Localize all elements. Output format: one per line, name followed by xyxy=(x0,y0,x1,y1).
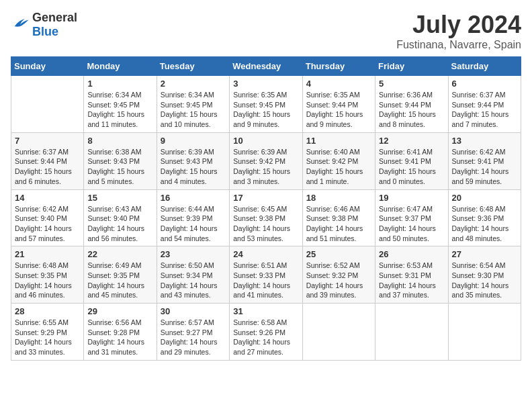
day-info: Sunrise: 6:45 AM Sunset: 9:38 PM Dayligh… xyxy=(233,204,298,244)
day-number: 14 xyxy=(15,193,80,203)
day-number: 3 xyxy=(233,79,298,89)
day-info: Sunrise: 6:58 AM Sunset: 9:26 PM Dayligh… xyxy=(233,318,298,357)
calendar-cell: 13Sunrise: 6:42 AM Sunset: 9:41 PM Dayli… xyxy=(448,132,521,189)
calendar-cell xyxy=(448,304,521,361)
calendar-cell: 31Sunrise: 6:58 AM Sunset: 9:26 PM Dayli… xyxy=(230,304,302,361)
calendar-cell: 2Sunrise: 6:34 AM Sunset: 9:45 PM Daylig… xyxy=(157,76,229,133)
day-number: 13 xyxy=(452,136,517,146)
day-info: Sunrise: 6:34 AM Sunset: 9:45 PM Dayligh… xyxy=(87,90,152,130)
location-title: Fustinana, Navarre, Spain xyxy=(396,39,521,51)
day-number: 28 xyxy=(15,306,80,316)
day-number: 2 xyxy=(161,79,226,89)
weekday-header-saturday: Saturday xyxy=(448,57,521,76)
calendar-cell: 8Sunrise: 6:38 AM Sunset: 9:43 PM Daylig… xyxy=(84,132,157,189)
day-info: Sunrise: 6:49 AM Sunset: 9:35 PM Dayligh… xyxy=(87,261,152,300)
calendar-cell: 29Sunrise: 6:56 AM Sunset: 9:28 PM Dayli… xyxy=(84,304,157,361)
calendar-cell: 27Sunrise: 6:54 AM Sunset: 9:30 PM Dayli… xyxy=(448,246,521,304)
day-info: Sunrise: 6:39 AM Sunset: 9:43 PM Dayligh… xyxy=(161,147,226,187)
calendar-cell: 1Sunrise: 6:34 AM Sunset: 9:45 PM Daylig… xyxy=(84,76,157,133)
weekday-header-thursday: Thursday xyxy=(302,57,375,76)
calendar-week-row: 7Sunrise: 6:37 AM Sunset: 9:44 PM Daylig… xyxy=(11,132,521,189)
day-number: 15 xyxy=(87,193,152,203)
day-number: 20 xyxy=(452,193,517,203)
calendar-table: SundayMondayTuesdayWednesdayThursdayFrid… xyxy=(11,56,521,361)
logo-blue: Blue xyxy=(32,25,58,38)
calendar-cell: 10Sunrise: 6:39 AM Sunset: 9:42 PM Dayli… xyxy=(230,132,302,189)
day-info: Sunrise: 6:51 AM Sunset: 9:33 PM Dayligh… xyxy=(233,261,298,300)
calendar-week-row: 1Sunrise: 6:34 AM Sunset: 9:45 PM Daylig… xyxy=(11,76,521,133)
day-info: Sunrise: 6:40 AM Sunset: 9:42 PM Dayligh… xyxy=(306,147,371,187)
day-info: Sunrise: 6:37 AM Sunset: 9:44 PM Dayligh… xyxy=(15,147,80,187)
day-number: 22 xyxy=(87,249,152,259)
day-info: Sunrise: 6:35 AM Sunset: 9:45 PM Dayligh… xyxy=(233,90,298,130)
logo-general: General xyxy=(32,11,77,24)
day-number: 10 xyxy=(233,136,298,146)
day-number: 16 xyxy=(161,193,226,203)
day-info: Sunrise: 6:44 AM Sunset: 9:39 PM Dayligh… xyxy=(161,204,226,244)
day-info: Sunrise: 6:46 AM Sunset: 9:38 PM Dayligh… xyxy=(306,204,371,244)
calendar-cell: 14Sunrise: 6:42 AM Sunset: 9:40 PM Dayli… xyxy=(11,189,84,246)
calendar-cell: 16Sunrise: 6:44 AM Sunset: 9:39 PM Dayli… xyxy=(157,189,229,246)
day-number: 12 xyxy=(379,136,444,146)
logo-text: General Blue xyxy=(32,11,77,39)
calendar-week-row: 14Sunrise: 6:42 AM Sunset: 9:40 PM Dayli… xyxy=(11,189,521,246)
day-number: 24 xyxy=(233,249,298,259)
day-number: 6 xyxy=(452,79,517,89)
calendar-cell: 22Sunrise: 6:49 AM Sunset: 9:35 PM Dayli… xyxy=(84,246,157,304)
page-header: General Blue July 2024 Fustinana, Navarr… xyxy=(11,11,521,51)
day-info: Sunrise: 6:42 AM Sunset: 9:40 PM Dayligh… xyxy=(15,204,80,244)
day-number: 21 xyxy=(15,249,80,259)
calendar-cell: 18Sunrise: 6:46 AM Sunset: 9:38 PM Dayli… xyxy=(302,189,375,246)
calendar-cell xyxy=(375,304,448,361)
calendar-cell: 12Sunrise: 6:41 AM Sunset: 9:41 PM Dayli… xyxy=(375,132,448,189)
day-info: Sunrise: 6:36 AM Sunset: 9:44 PM Dayligh… xyxy=(379,90,444,130)
calendar-cell: 28Sunrise: 6:55 AM Sunset: 9:29 PM Dayli… xyxy=(11,304,84,361)
day-info: Sunrise: 6:35 AM Sunset: 9:44 PM Dayligh… xyxy=(306,90,371,130)
day-number: 4 xyxy=(306,79,371,89)
day-info: Sunrise: 6:48 AM Sunset: 9:35 PM Dayligh… xyxy=(15,261,80,300)
day-info: Sunrise: 6:55 AM Sunset: 9:29 PM Dayligh… xyxy=(15,318,80,357)
calendar-cell: 20Sunrise: 6:48 AM Sunset: 9:36 PM Dayli… xyxy=(448,189,521,246)
day-info: Sunrise: 6:48 AM Sunset: 9:36 PM Dayligh… xyxy=(452,204,517,244)
calendar-cell: 15Sunrise: 6:43 AM Sunset: 9:40 PM Dayli… xyxy=(84,189,157,246)
calendar-cell: 19Sunrise: 6:47 AM Sunset: 9:37 PM Dayli… xyxy=(375,189,448,246)
calendar-week-row: 21Sunrise: 6:48 AM Sunset: 9:35 PM Dayli… xyxy=(11,246,521,304)
calendar-cell: 24Sunrise: 6:51 AM Sunset: 9:33 PM Dayli… xyxy=(230,246,302,304)
calendar-cell: 9Sunrise: 6:39 AM Sunset: 9:43 PM Daylig… xyxy=(157,132,229,189)
calendar-week-row: 28Sunrise: 6:55 AM Sunset: 9:29 PM Dayli… xyxy=(11,304,521,361)
day-info: Sunrise: 6:53 AM Sunset: 9:31 PM Dayligh… xyxy=(379,261,444,300)
day-number: 23 xyxy=(161,249,226,259)
day-number: 1 xyxy=(87,79,152,89)
calendar-cell: 11Sunrise: 6:40 AM Sunset: 9:42 PM Dayli… xyxy=(302,132,375,189)
calendar-cell: 3Sunrise: 6:35 AM Sunset: 9:45 PM Daylig… xyxy=(230,76,302,133)
title-block: July 2024 Fustinana, Navarre, Spain xyxy=(396,11,521,51)
day-number: 9 xyxy=(161,136,226,146)
day-number: 5 xyxy=(379,79,444,89)
weekday-header-row: SundayMondayTuesdayWednesdayThursdayFrid… xyxy=(11,57,521,76)
calendar-cell: 30Sunrise: 6:57 AM Sunset: 9:27 PM Dayli… xyxy=(157,304,229,361)
day-info: Sunrise: 6:39 AM Sunset: 9:42 PM Dayligh… xyxy=(233,147,298,187)
day-info: Sunrise: 6:34 AM Sunset: 9:45 PM Dayligh… xyxy=(161,90,226,130)
day-number: 30 xyxy=(161,306,226,316)
calendar-cell: 7Sunrise: 6:37 AM Sunset: 9:44 PM Daylig… xyxy=(11,132,84,189)
day-info: Sunrise: 6:57 AM Sunset: 9:27 PM Dayligh… xyxy=(161,318,226,357)
calendar-cell: 17Sunrise: 6:45 AM Sunset: 9:38 PM Dayli… xyxy=(230,189,302,246)
day-info: Sunrise: 6:47 AM Sunset: 9:37 PM Dayligh… xyxy=(379,204,444,244)
calendar-cell: 5Sunrise: 6:36 AM Sunset: 9:44 PM Daylig… xyxy=(375,76,448,133)
calendar-cell: 21Sunrise: 6:48 AM Sunset: 9:35 PM Dayli… xyxy=(11,246,84,304)
weekday-header-sunday: Sunday xyxy=(11,57,84,76)
calendar-cell: 23Sunrise: 6:50 AM Sunset: 9:34 PM Dayli… xyxy=(157,246,229,304)
day-info: Sunrise: 6:52 AM Sunset: 9:32 PM Dayligh… xyxy=(306,261,371,300)
month-title: July 2024 xyxy=(396,11,521,39)
day-info: Sunrise: 6:38 AM Sunset: 9:43 PM Dayligh… xyxy=(87,147,152,187)
day-number: 18 xyxy=(306,193,371,203)
day-number: 25 xyxy=(306,249,371,259)
weekday-header-monday: Monday xyxy=(84,57,157,76)
calendar-cell: 25Sunrise: 6:52 AM Sunset: 9:32 PM Dayli… xyxy=(302,246,375,304)
day-number: 7 xyxy=(15,136,80,146)
day-number: 27 xyxy=(452,249,517,259)
calendar-cell xyxy=(11,76,84,133)
logo-icon xyxy=(11,17,30,33)
day-info: Sunrise: 6:43 AM Sunset: 9:40 PM Dayligh… xyxy=(87,204,152,244)
calendar-cell: 26Sunrise: 6:53 AM Sunset: 9:31 PM Dayli… xyxy=(375,246,448,304)
